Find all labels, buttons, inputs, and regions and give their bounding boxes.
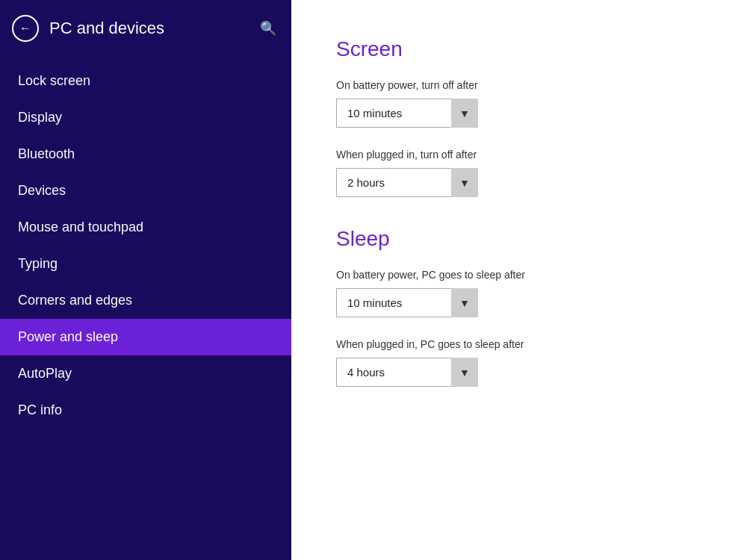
sidebar-item-corners-edges[interactable]: Corners and edges [0, 282, 291, 319]
screen-battery-dropdown-wrapper: 1 minute2 minutes3 minutes5 minutes10 mi… [336, 99, 478, 128]
screen-section-title: Screen [336, 37, 702, 61]
screen-plugged-dropdown[interactable]: Never1 minute5 minutes10 minutes15 minut… [336, 168, 478, 197]
main-content: Screen On battery power, turn off after … [291, 0, 747, 560]
sidebar-item-mouse-touchpad[interactable]: Mouse and touchpad [0, 209, 291, 246]
sleep-battery-dropdown[interactable]: 1 minute2 minutes3 minutes5 minutes10 mi… [336, 288, 478, 317]
sleep-section-title: Sleep [336, 227, 702, 251]
sleep-plugged-dropdown[interactable]: Never1 minute5 minutes10 minutes15 minut… [336, 358, 478, 387]
sleep-battery-label: On battery power, PC goes to sleep after [336, 269, 702, 281]
screen-battery-label: On battery power, turn off after [336, 79, 702, 91]
sidebar-item-typing[interactable]: Typing [0, 246, 291, 282]
sidebar-item-bluetooth[interactable]: Bluetooth [0, 136, 291, 172]
sidebar-title: PC and devices [49, 19, 249, 38]
screen-plugged-setting: When plugged in, turn off after Never1 m… [336, 149, 702, 197]
sleep-plugged-label: When plugged in, PC goes to sleep after [336, 338, 702, 350]
screen-plugged-dropdown-wrapper: Never1 minute5 minutes10 minutes15 minut… [336, 168, 478, 197]
sidebar-item-autoplay[interactable]: AutoPlay [0, 355, 291, 392]
sleep-battery-dropdown-wrapper: 1 minute2 minutes3 minutes5 minutes10 mi… [336, 288, 478, 317]
back-button[interactable]: ← [12, 15, 39, 42]
sidebar-header: ← PC and devices 🔍 [0, 0, 291, 57]
sidebar-item-lock-screen[interactable]: Lock screen [0, 63, 291, 99]
nav-list: Lock screenDisplayBluetoothDevicesMouse … [0, 63, 291, 429]
sidebar-item-devices[interactable]: Devices [0, 172, 291, 209]
screen-plugged-label: When plugged in, turn off after [336, 149, 702, 161]
sidebar-item-power-sleep[interactable]: Power and sleep [0, 319, 291, 355]
sleep-plugged-dropdown-wrapper: Never1 minute5 minutes10 minutes15 minut… [336, 358, 478, 387]
sleep-battery-setting: On battery power, PC goes to sleep after… [336, 269, 702, 317]
search-icon[interactable]: 🔍 [260, 20, 276, 37]
back-arrow-icon: ← [19, 22, 31, 34]
sidebar-item-display[interactable]: Display [0, 99, 291, 136]
screen-battery-setting: On battery power, turn off after 1 minut… [336, 79, 702, 128]
sleep-plugged-setting: When plugged in, PC goes to sleep after … [336, 338, 702, 387]
sidebar: ← PC and devices 🔍 Lock screenDisplayBlu… [0, 0, 291, 560]
sidebar-item-pc-info[interactable]: PC info [0, 392, 291, 429]
screen-battery-dropdown[interactable]: 1 minute2 minutes3 minutes5 minutes10 mi… [336, 99, 478, 128]
